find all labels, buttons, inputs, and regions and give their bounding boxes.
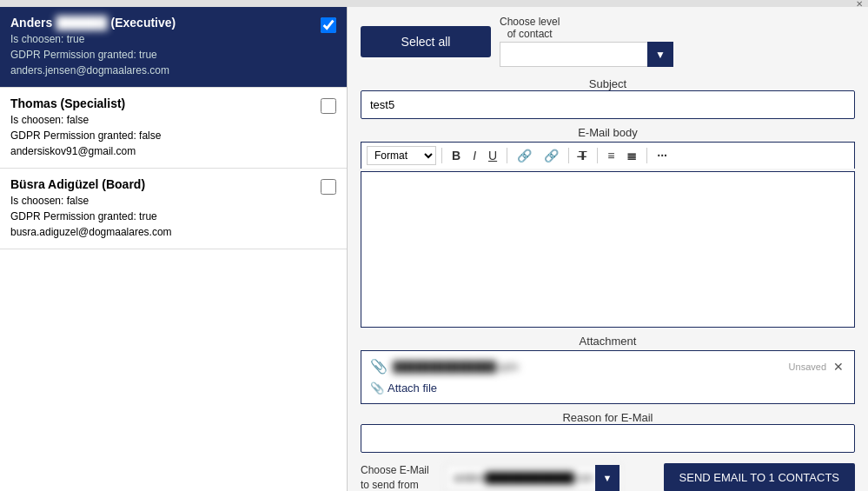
contact-item[interactable]: Anders ██████ (Executive)Is choosen: tru… [0,7,347,88]
title-bar: ✕ [0,0,868,7]
contact-info: Anders ██████ (Executive)Is choosen: tru… [10,16,312,78]
unlink-button[interactable]: 🔗 [540,147,563,164]
contact-name: Thomas (Specialist) [10,96,312,110]
contact-info: Thomas (Specialist)Is choosen: falseGDPR… [10,96,312,159]
attachment-box: 📎 ██████████████.pptx Unsaved ✕ 📎 Attach… [361,350,855,404]
contact-checkbox[interactable] [321,17,336,33]
contact-email: busra.adiguzel@dogmaalares.com [10,224,312,240]
underline-button[interactable]: U [484,147,501,164]
contact-name: Anders ██████ (Executive) [10,16,312,30]
contact-chosen: Is choosen: false [10,112,312,128]
email-from-dropdown-arrow[interactable]: ▼ [595,465,620,491]
contact-item[interactable]: Büsra Adigüzel (Board)Is choosen: falseG… [0,169,347,249]
format-select[interactable]: Format [367,146,436,165]
top-row: Select all Choose levelof contact ▼ [361,16,855,67]
more-options-button[interactable]: ··· [653,147,672,164]
bold-button[interactable]: B [447,147,465,164]
contact-checkbox[interactable] [321,98,336,114]
email-from-wrapper: ▼ [446,465,620,491]
choose-level-group: Choose levelof contact ▼ [500,16,673,67]
contact-checkbox-wrapper [321,98,336,116]
pptx-icon: 📎 [370,358,388,375]
link-button[interactable]: 🔗 [513,147,536,164]
clear-format-button[interactable]: T̶ [574,147,592,164]
contact-list: Anders ██████ (Executive)Is choosen: tru… [0,7,348,491]
list-ordered-button[interactable]: ≡ [603,147,619,164]
attachment-section: Attachment 📎 ██████████████.pptx Unsaved… [361,335,855,404]
toolbar-separator-4 [597,148,598,163]
contact-chosen: Is choosen: false [10,193,312,209]
email-from-input[interactable] [446,465,620,491]
subject-section: Subject [361,77,855,119]
attachment-remove-button[interactable]: ✕ [832,360,845,374]
list-unordered-button[interactable]: ≣ [622,147,641,164]
contact-info: Büsra Adigüzel (Board)Is choosen: falseG… [10,177,312,240]
toolbar-separator-3 [568,148,569,163]
reason-label: Reason for E-Mail [361,411,855,424]
choose-level-dropdown-arrow[interactable]: ▼ [647,42,673,67]
toolbar-separator-5 [646,148,647,163]
reason-input[interactable] [361,424,855,453]
email-body-editor[interactable] [361,171,855,328]
attachment-file-row: 📎 ██████████████.pptx Unsaved ✕ [370,358,845,375]
toolbar-separator-2 [507,148,507,163]
attachment-label: Attachment [361,335,855,348]
italic-button[interactable]: I [468,147,480,164]
contact-gdpr: GDPR Permission granted: true [10,209,312,224]
select-all-button[interactable]: Select all [361,26,491,57]
attachment-file-name: ██████████████.pptx [393,361,780,373]
subject-input[interactable] [361,90,855,119]
contact-checkbox-wrapper [321,179,336,197]
reason-section: Reason for E-Mail [361,411,855,453]
right-panel: Select all Choose levelof contact ▼ Subj… [348,7,868,491]
choose-level-label: Choose levelof contact [500,16,560,40]
send-email-button[interactable]: SEND EMAIL TO 1 CONTACTS [664,463,855,491]
contact-email: andersiskov91@gmail.com [10,143,312,159]
bottom-row: Choose E-Mailto send from ▼ SEND EMAIL T… [361,463,855,491]
attach-file-icon: 📎 [370,382,384,395]
contact-name: Büsra Adigüzel (Board) [10,177,312,191]
contact-gdpr: GDPR Permission granted: true [10,47,312,63]
contact-gdpr: GDPR Permission granted: false [10,128,312,143]
contact-email: anders.jensen@dogmaalares.com [10,63,312,78]
attach-file-label: Attach file [388,382,437,395]
choose-email-label: Choose E-Mailto send from [361,463,439,491]
contact-chosen: Is choosen: true [10,31,312,47]
attach-file-button[interactable]: 📎 Attach file [370,380,437,396]
contact-checkbox-wrapper [321,17,336,36]
email-body-section: E-Mail body Format B I U 🔗 🔗 T̶ ≡ ≣ ··· [361,126,855,328]
email-body-label: E-Mail body [361,126,855,139]
subject-label: Subject [361,77,855,90]
contact-item[interactable]: Thomas (Specialist)Is choosen: falseGDPR… [0,88,347,169]
choose-level-wrapper: ▼ [500,42,673,67]
toolbar-separator-1 [441,148,442,163]
attachment-unsaved-label: Unsaved [789,362,826,372]
contact-checkbox[interactable] [321,179,336,195]
main-container: Anders ██████ (Executive)Is choosen: tru… [0,7,868,491]
editor-toolbar: Format B I U 🔗 🔗 T̶ ≡ ≣ ··· [361,142,855,169]
